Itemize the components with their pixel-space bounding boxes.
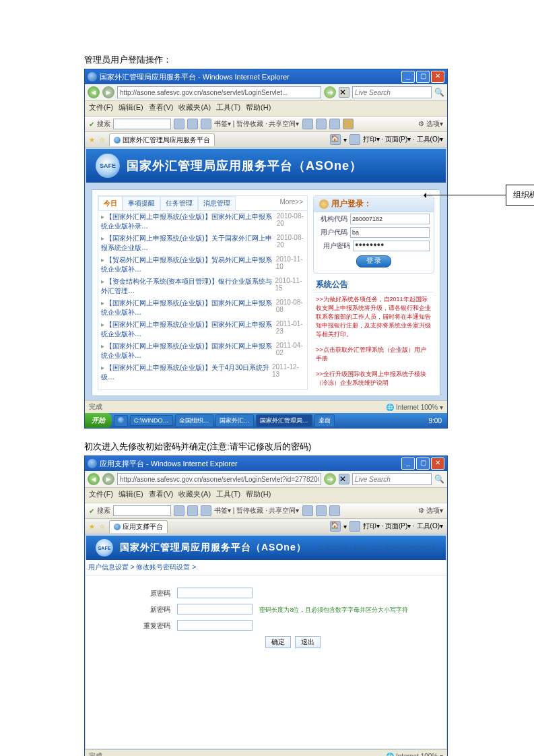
home-icon[interactable]: 🏠 <box>330 134 341 145</box>
safe-logo-icon: SAFE <box>96 539 113 557</box>
favorites-icon[interactable]: ★ <box>89 523 95 530</box>
news-item[interactable]: ▸【贸易外汇网上申报系统(企业版)】贸易外汇网上申报系统企业版补…2010-11… <box>98 254 307 276</box>
status-bar: 完成 🌐 Internet 100% ▾ <box>85 749 447 756</box>
maximize-button[interactable]: ▢ <box>416 71 430 83</box>
close-button[interactable]: ✕ <box>431 71 444 83</box>
start-button[interactable]: 开始 <box>85 413 112 428</box>
login-button[interactable]: 登 录 <box>356 255 391 267</box>
bulletin-heading: 系统公告 <box>313 278 434 292</box>
news-item[interactable]: ▸【国家外汇网上申报系统(企业版)】国家外汇网上申报系统企业版补…2011-04… <box>98 340 307 362</box>
forward-button[interactable]: ► <box>102 473 114 485</box>
tab-bar[interactable]: ★☆ 应用支撑平台 🏠▾ 打印▾ · 页面(P)▾ · 工具(O)▾ <box>85 519 447 534</box>
key-icon <box>319 199 329 209</box>
home-icon[interactable]: 🏠 <box>330 521 341 532</box>
news-panel: 今日 事项提醒 任务管理 消息管理 More>> ▸【国家外汇网上申报系统(企业… <box>98 195 308 390</box>
internet-zone-icon: 🌐 <box>386 404 394 411</box>
task-item[interactable] <box>114 415 128 427</box>
print-icon[interactable] <box>349 134 360 145</box>
news-item[interactable]: ▸【国家外汇网上申报系统(企业版)】国家外汇网上申报系统企业版补…2011-01… <box>98 319 307 340</box>
tab-item2[interactable]: 任务管理 <box>160 196 198 210</box>
password-input[interactable]: ●●●●●●●● <box>353 241 430 251</box>
status-bar: 完成 🌐 Internet 100% ▾ <box>85 400 447 413</box>
favorites-icon[interactable]: ★ <box>89 136 95 144</box>
screenshot-2: 应用支撑平台 - Windows Internet Explorer _ ▢ ✕… <box>84 455 448 756</box>
org-code-input[interactable] <box>350 214 430 224</box>
toolbar[interactable]: ✔搜索 书签▾ | 暂停收藏 · 共享空间▾ ⚙ 选项▾ <box>85 117 447 132</box>
menubar[interactable]: 文件(F)编辑(E)查看(V)收藏夹(A)工具(T)帮助(H) <box>85 488 447 503</box>
breadcrumb: 用户信息设置 > 修改账号密码设置 > <box>86 560 446 575</box>
browser-tab[interactable]: 国家外汇管理局应用服务平台 <box>109 133 215 146</box>
address-bar[interactable] <box>117 86 321 98</box>
page-banner: SAFE 国家外汇管理局应用服务平台（ASOne） 欢迎管理员 · 帮助 · 本… <box>85 534 447 560</box>
forward-button[interactable]: ► <box>102 86 114 98</box>
go-button[interactable]: ➔ <box>324 473 336 485</box>
refresh-icon[interactable]: ✕ <box>339 87 349 98</box>
bulletin-item[interactable]: >>点击获取外汇管理系统（企业版）用户手册 <box>316 346 432 363</box>
bulletin-item: >>全行升级国际收支网上申报系统子模块（冷冻）企业系统维护说明 <box>316 370 432 387</box>
exit-button[interactable]: 退出 <box>295 636 321 648</box>
user-code-input[interactable] <box>350 227 430 238</box>
confirm-button[interactable]: 确定 <box>265 636 291 648</box>
address-bar[interactable] <box>117 473 321 485</box>
caption-1: 管理员用户登陆操作： <box>84 54 514 66</box>
screenshot-1: 国家外汇管理局应用服务平台 - Windows Internet Explore… <box>84 69 448 429</box>
tab-item3[interactable]: 消息管理 <box>198 196 236 210</box>
search-icon[interactable]: 🔍 <box>434 474 444 484</box>
password-hint: 密码长度为8位，且必须包含数字字母并区分大小写字符 <box>257 602 411 617</box>
system-tray[interactable]: 9:00 <box>424 417 447 424</box>
titlebar: 国家外汇管理局应用服务平台 - Windows Internet Explore… <box>85 69 447 84</box>
new-password-input[interactable] <box>177 604 253 615</box>
task-item[interactable]: 国家外汇管理局… <box>256 414 312 427</box>
tab-item1[interactable]: 事项提醒 <box>123 196 160 210</box>
close-button[interactable]: ✕ <box>431 458 444 470</box>
minimize-button[interactable]: _ <box>401 71 415 83</box>
task-item[interactable]: 桌面 <box>314 414 335 427</box>
password-form: 原密码 新密码密码长度为8位，且必须包含数字字母并区分大小写字符 重复密码 确定… <box>119 585 412 651</box>
old-password-input[interactable] <box>177 588 253 598</box>
menubar[interactable]: 文件(F)编辑(E)查看(V)收藏夹(A)工具(T)帮助(H) <box>85 101 447 117</box>
news-item[interactable]: ▸【国家外汇网上申报系统(企业版)】关于国家外汇网上申报系统企业版…2010-0… <box>98 232 307 254</box>
task-item[interactable]: C:\WINDO… <box>130 415 173 426</box>
refresh-icon[interactable]: ✕ <box>339 474 349 484</box>
page-banner: SAFE 国家外汇管理局应用服务平台（ASOne） <box>85 148 447 183</box>
annotation-box: 组织机构代码 <box>506 185 534 206</box>
caption-2: 初次进入先修改初始密码并确定(注意:请牢记修改后的密码) <box>84 441 514 453</box>
task-item[interactable]: 国家外汇… <box>215 414 254 427</box>
search-icon[interactable]: 🔍 <box>434 88 444 97</box>
search-input[interactable] <box>352 473 432 485</box>
repeat-password-input[interactable] <box>177 620 253 631</box>
ie-icon <box>88 459 97 468</box>
news-item[interactable]: ▸【资金结构化子系统(资本项目管理)】银行企业版系统与外汇管理…2010-11-… <box>98 276 307 297</box>
browser-tab[interactable]: 应用支撑平台 <box>109 520 168 533</box>
internet-zone-icon: 🌐 <box>386 753 394 757</box>
nav-right: 欢迎管理员 · 帮助 · 本次登录时间2012年2月 <box>319 544 436 553</box>
go-button[interactable]: ➔ <box>324 86 336 98</box>
login-box: 用户登录： 机构代码 用户代码 用户密码●●●●●●●● 登 录 <box>313 195 434 274</box>
annotation-arrow <box>425 195 506 195</box>
news-item[interactable]: ▸【国家外汇网上申报系统(企业版)】国家外汇网上申报系统企业版补录…2010-0… <box>98 211 307 232</box>
back-button[interactable]: ◄ <box>88 473 100 485</box>
news-item[interactable]: ▸【国家外汇网上申报系统(企业版)】关于4月30日系统升级…2011-12-13 <box>98 362 307 383</box>
ie-icon <box>88 72 97 82</box>
maximize-button[interactable]: ▢ <box>416 458 430 470</box>
tab-bar[interactable]: ★☆ 国家外汇管理局应用服务平台 🏠▾ 打印▾ · 页面(P)▾ · 工具(O)… <box>85 132 447 148</box>
more-link[interactable]: More>> <box>276 196 307 210</box>
bulletin-item: >>为做好系统各项任务，自2011年起国际收支网上申报系统将升级，请各银行和企业… <box>316 295 432 339</box>
news-item[interactable]: ▸【国家外汇网上申报系统(企业版)】国家外汇网上申报系统企业版补…2010-08… <box>98 297 307 319</box>
tab-today[interactable]: 今日 <box>98 196 123 210</box>
safe-logo-icon: SAFE <box>96 154 120 178</box>
taskbar[interactable]: 开始 C:\WINDO… 全国组织… 国家外汇… 国家外汇管理局… 桌面 9:0… <box>85 413 447 428</box>
search-input[interactable] <box>352 86 432 98</box>
toolbar[interactable]: ✔搜索 书签▾ | 暂停收藏 · 共享空间▾ ⚙ 选项▾ <box>85 503 447 519</box>
minimize-button[interactable]: _ <box>401 458 415 470</box>
back-button[interactable]: ◄ <box>88 86 100 98</box>
task-item[interactable]: 全国组织… <box>175 414 213 427</box>
